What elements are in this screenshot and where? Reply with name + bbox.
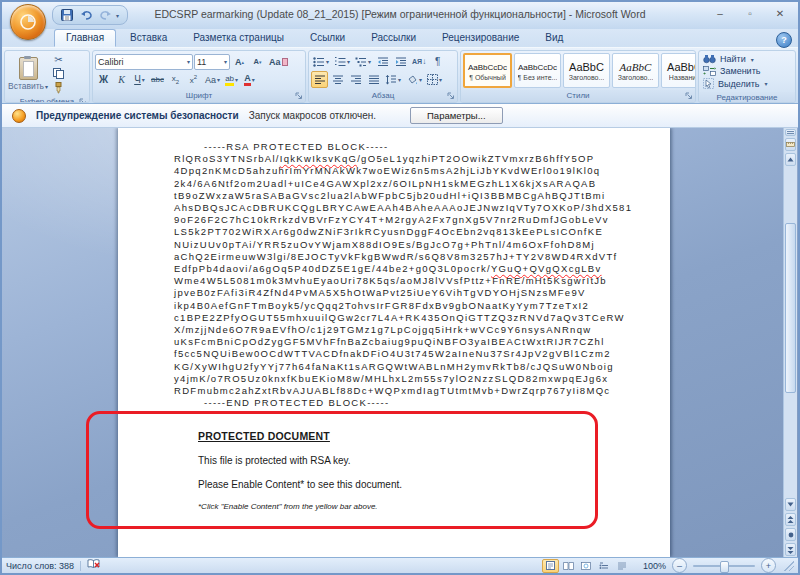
increase-indent-icon — [395, 57, 407, 67]
clipboard-group-label: Буфер обмена — [20, 97, 74, 103]
line-spacing-icon — [385, 75, 397, 85]
paragraph-dialog-launcher[interactable] — [447, 92, 455, 100]
tab-главная[interactable]: Главная — [54, 29, 116, 47]
line-spacing-button[interactable]: ▾ — [383, 71, 403, 88]
vertical-scrollbar[interactable] — [783, 128, 797, 557]
scrollbar-thumb[interactable] — [785, 223, 796, 393]
previous-page-button[interactable] — [785, 513, 796, 526]
align-left-button[interactable] — [311, 71, 328, 88]
format-painter-button[interactable] — [50, 81, 67, 94]
replace-button[interactable]: Заменить — [703, 66, 791, 76]
shading-button[interactable]: ▾ — [404, 71, 424, 88]
help-button[interactable]: ? — [776, 32, 792, 48]
cut-button[interactable]: ✂ — [50, 53, 67, 66]
next-page-button[interactable] — [785, 543, 796, 556]
save-button[interactable] — [59, 8, 75, 23]
strikethrough-button[interactable]: abc — [149, 71, 166, 88]
bold-button[interactable]: Ж — [95, 71, 112, 88]
tab-ссылки[interactable]: Ссылки — [298, 29, 357, 47]
pilcrow-icon: ¶ — [435, 56, 440, 67]
print-layout-view-button[interactable] — [542, 559, 559, 573]
word-count[interactable]: Число слов: 388 — [6, 561, 74, 571]
multilevel-list-button[interactable]: ▾ — [353, 53, 373, 70]
shrink-font-button[interactable]: А▾ — [249, 53, 266, 70]
clipboard-dialog-launcher[interactable] — [79, 98, 87, 103]
increase-indent-button[interactable] — [392, 53, 409, 70]
copy-button[interactable] — [50, 67, 67, 80]
dropdown-arrow-icon: ▾ — [326, 58, 329, 65]
zoom-level[interactable]: 100% — [643, 561, 666, 571]
draft-view-button[interactable] — [614, 559, 631, 573]
view-shortcuts — [542, 559, 631, 573]
tab-разметка-страницы[interactable]: Разметка страницы — [181, 29, 296, 47]
font-size-combo[interactable]: 11▾ — [194, 54, 230, 70]
style-card-0[interactable]: AaBbCcDc¶ Обычный — [463, 53, 512, 88]
scroll-down-button[interactable] — [785, 498, 796, 511]
ruler-toggle-button[interactable] — [785, 138, 796, 151]
scrollbar-track[interactable] — [785, 167, 796, 497]
align-center-button[interactable] — [329, 71, 346, 88]
find-button[interactable]: Найти▾ — [703, 54, 791, 64]
paste-button[interactable]: Вставить▾ — [7, 53, 49, 94]
close-button[interactable]: ✕ — [768, 6, 792, 21]
decrease-indent-icon — [377, 57, 389, 67]
font-dialog-launcher[interactable] — [295, 92, 303, 100]
word-window: ▾ EDCSRP earmarking (Update 08_21_2015) … — [0, 0, 800, 575]
office-button[interactable] — [10, 4, 46, 40]
outline-view-button[interactable] — [596, 559, 613, 573]
tab-рецензирование[interactable]: Рецензирование — [430, 29, 531, 47]
clear-formatting-button[interactable]: Аа — [267, 53, 290, 70]
redo-button[interactable] — [97, 8, 113, 23]
web-layout-view-button[interactable] — [578, 559, 595, 573]
macro-options-button[interactable]: Параметры... — [410, 107, 503, 124]
resize-grip[interactable] — [784, 561, 794, 571]
document-area: -----RSA PROTECTED BLOCK-----RlQRoS3YTNS… — [2, 128, 798, 557]
show-marks-button[interactable]: ¶ — [429, 53, 446, 70]
qat-customize-dropdown[interactable]: ▾ — [116, 12, 119, 19]
fullscreen-reading-view-button[interactable] — [560, 559, 577, 573]
restore-button[interactable]: ▫ — [738, 6, 762, 21]
zoom-in-button[interactable]: + — [761, 558, 776, 573]
font-color-button[interactable]: А▾ — [241, 71, 258, 88]
zoom-slider-thumb[interactable] — [720, 561, 729, 573]
tab-вставка[interactable]: Вставка — [118, 29, 179, 47]
minimize-button[interactable]: – — [708, 6, 732, 21]
dropdown-arrow-icon: ▾ — [217, 76, 220, 83]
scroll-up-button[interactable] — [785, 153, 796, 166]
proofing-status-button[interactable] — [87, 559, 101, 572]
style-name: ¶ Без инте... — [518, 74, 558, 81]
style-card-4[interactable]: AaBbCНазвание — [661, 53, 696, 88]
misspelled-text: IqkKwIksvKqG — [280, 153, 357, 164]
borders-button[interactable]: ▾ — [425, 71, 444, 88]
style-card-2[interactable]: AaBbCЗаголово... — [563, 53, 610, 88]
styles-group-label: Стили — [566, 91, 589, 100]
numbering-button[interactable]: ▾ — [332, 53, 352, 70]
select-browse-object-button[interactable] — [785, 528, 796, 541]
quick-access-toolbar: ▾ — [52, 5, 128, 25]
select-button[interactable]: Выделить▾ — [703, 78, 791, 89]
zoom-slider[interactable] — [693, 565, 755, 567]
superscript-button[interactable]: x2 — [185, 71, 202, 88]
style-card-1[interactable]: AaBbCcDc¶ Без инте... — [514, 53, 561, 88]
style-card-3[interactable]: AaBbCЗаголово... — [612, 53, 659, 88]
subscript-button[interactable]: x2 — [167, 71, 184, 88]
undo-button[interactable] — [78, 8, 94, 23]
styles-dialog-launcher[interactable] — [685, 92, 693, 100]
tab-рассылки[interactable]: Рассылки — [359, 29, 428, 47]
font-name-combo[interactable]: Calibri▾ — [95, 54, 193, 70]
style-name: Заголово... — [569, 74, 605, 81]
decrease-indent-button[interactable] — [374, 53, 391, 70]
zoom-out-button[interactable]: – — [672, 558, 687, 573]
change-case-button[interactable]: Аа▾ — [203, 71, 222, 88]
grow-font-button[interactable]: А▴ — [231, 53, 248, 70]
highlight-button[interactable]: ab▾ — [223, 71, 240, 88]
underline-button[interactable]: Ч▾ — [131, 71, 148, 88]
sort-button[interactable]: АЯ↓ — [410, 53, 428, 70]
justify-button[interactable] — [365, 71, 382, 88]
bullets-button[interactable]: ▾ — [311, 53, 331, 70]
align-right-button[interactable] — [347, 71, 364, 88]
tab-вид[interactable]: Вид — [533, 29, 575, 47]
red-annotation-box — [86, 411, 598, 529]
italic-button[interactable]: К — [113, 71, 130, 88]
split-handle[interactable] — [785, 129, 796, 136]
